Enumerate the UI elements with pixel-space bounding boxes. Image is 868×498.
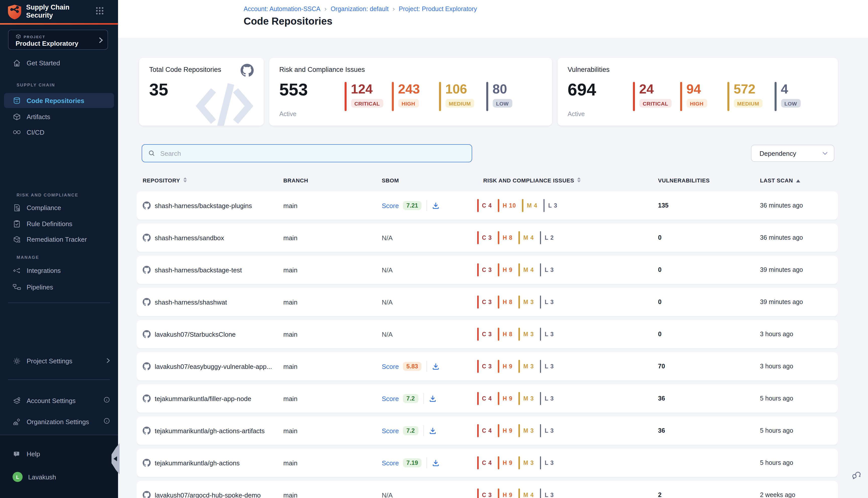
- sidebar-item-compliance[interactable]: Compliance: [0, 200, 118, 214]
- table-row[interactable]: lavakush07/StarbucksClone main N/A C 3H …: [137, 320, 838, 348]
- sidebar-item-code-repositories[interactable]: ‹/› Code Repositories: [4, 93, 114, 108]
- sidebar-item-get-started[interactable]: Get Started: [0, 56, 118, 70]
- download-sbom-button[interactable]: [429, 427, 436, 434]
- breadcrumb-project-link[interactable]: Project: Product Exploratory: [399, 5, 477, 12]
- severity-count: 124: [351, 82, 373, 95]
- sidebar-item-help[interactable]: ? Help: [0, 447, 118, 461]
- severity-badge: LOW: [493, 99, 512, 107]
- severity-count-label: C 4: [482, 202, 492, 209]
- severity-bar: [498, 328, 499, 341]
- table-row[interactable]: shash-harness/sandbox main N/A C 3H 8M 4…: [137, 224, 838, 252]
- sidebar-item-pipelines[interactable]: Pipelines: [0, 280, 118, 294]
- download-sbom-button[interactable]: [429, 395, 436, 402]
- sbom-na: N/A: [382, 330, 392, 338]
- table-row[interactable]: shash-harness/backstage-test main N/A C …: [137, 256, 838, 284]
- sidebar-item-artifacts[interactable]: Artifacts: [0, 109, 118, 123]
- integrations-icon: [13, 266, 21, 275]
- severity-content: 94HIGH: [686, 82, 707, 111]
- support-chat-icon[interactable]: [851, 469, 862, 482]
- sidebar-item-cicd[interactable]: CI/CD: [0, 125, 118, 139]
- sidebar-item-rule-definitions[interactable]: Rule Definitions: [0, 217, 118, 231]
- sbom-score-link[interactable]: Score: [382, 202, 399, 209]
- severity-bar: [519, 456, 520, 469]
- app-title: Supply Chain Security: [26, 3, 70, 19]
- user-menu[interactable]: L Lavakush: [0, 470, 118, 484]
- severity-content: 124CRITICAL: [351, 82, 383, 111]
- table-row[interactable]: tejakummarikuntla/gh-actions main Score7…: [137, 449, 838, 477]
- sidebar-item-project-settings[interactable]: Project Settings: [0, 354, 118, 368]
- sbom-score-link[interactable]: Score: [382, 459, 399, 467]
- severity-group-critical: 124CRITICAL: [345, 82, 392, 111]
- sidebar-nav: Get Started SUPPLY CHAIN ‹/› Code Reposi…: [0, 50, 118, 429]
- table-row[interactable]: shash-harness/shashwat main N/A C 3H 8M …: [137, 288, 838, 316]
- risk-issues-cell: C 3H 9M 4L 3: [477, 488, 658, 498]
- sidebar-item-integrations[interactable]: Integrations: [0, 263, 118, 277]
- sbom-cell: Score7.2: [382, 425, 483, 436]
- search-input[interactable]: [159, 149, 472, 158]
- sidebar-item-label: Help: [27, 450, 40, 458]
- avatar: L: [13, 472, 23, 482]
- pipelines-icon: [13, 283, 21, 291]
- info-icon[interactable]: [104, 396, 110, 405]
- column-header-vulnerabilities: VULNERABILITIES: [658, 178, 760, 183]
- severity-count-label: C 4: [482, 460, 492, 466]
- divider: [423, 393, 424, 404]
- sbom-score-link[interactable]: Score: [382, 395, 399, 402]
- vulnerabilities-count: 0: [658, 266, 760, 273]
- github-icon: [143, 394, 151, 403]
- download-sbom-button[interactable]: [432, 363, 440, 370]
- branch-name: main: [283, 395, 382, 402]
- vulnerabilities-count: 36: [658, 395, 760, 402]
- download-sbom-button[interactable]: [432, 459, 440, 467]
- repo-name: tejakummarikuntla/gh-actions: [155, 459, 240, 467]
- last-scan: 36 minutes ago: [760, 234, 838, 241]
- breadcrumb-account-link[interactable]: Account: Automation-SSCA: [244, 5, 320, 12]
- total-repositories-value: 35: [149, 81, 168, 98]
- sidebar-item-label: Organization Settings: [27, 418, 89, 425]
- severity-count-label: M 3: [523, 299, 534, 305]
- table-row[interactable]: shash-harness/backstage-plugins main Sco…: [137, 192, 838, 220]
- project-selector[interactable]: PROJECT Product Exploratory: [8, 30, 108, 50]
- severity-count-label: L 3: [545, 267, 554, 273]
- sbom-cell: Score7.21: [382, 200, 483, 211]
- severity-count-label: L 3: [548, 202, 557, 209]
- repo-name: shash-harness/backstage-test: [155, 266, 242, 274]
- severity-bar: [519, 263, 520, 276]
- table-row[interactable]: tejakummarikuntla/filler-app-node main S…: [137, 384, 838, 412]
- github-icon: [143, 266, 151, 274]
- info-icon[interactable]: [104, 418, 110, 425]
- column-header-repository[interactable]: REPOSITORY: [143, 178, 283, 183]
- table-row[interactable]: lavakush07/argocd-hub-spoke-demo main N/…: [137, 481, 838, 498]
- github-icon: [143, 234, 151, 242]
- table-row[interactable]: lavakush07/easybuggy-vulnerable-app... m…: [137, 352, 838, 380]
- risk-medium: M 4: [519, 488, 534, 498]
- sidebar: Supply Chain Security PROJECT: [0, 0, 118, 498]
- severity-count-label: L 3: [545, 395, 554, 402]
- risk-medium: M 3: [519, 392, 534, 405]
- clipboard-check-icon: [13, 219, 21, 228]
- sbom-score-link[interactable]: Score: [382, 363, 399, 370]
- risk-low: L 2: [540, 231, 554, 244]
- dependency-filter-dropdown[interactable]: Dependency: [751, 145, 834, 162]
- severity-badge: LOW: [781, 99, 800, 107]
- sidebar-item-account-settings[interactable]: Account Settings: [0, 393, 118, 408]
- column-header-last-scan[interactable]: LAST SCAN: [760, 178, 838, 183]
- breadcrumb-organization-link[interactable]: Organization: default: [331, 5, 389, 12]
- app-grid-icon[interactable]: [95, 6, 104, 17]
- severity-content: 24CRITICAL: [639, 82, 671, 111]
- severity-count-label: H 9: [503, 460, 512, 466]
- risk-high: H 8: [498, 231, 512, 244]
- risk-low: L 3: [540, 328, 554, 341]
- column-header-risk-issues[interactable]: RISK AND COMPLIANCE ISSUES: [483, 178, 658, 183]
- sbom-cell: Score7.2: [382, 393, 483, 404]
- sbom-score-link[interactable]: Score: [382, 427, 399, 434]
- severity-bar: [540, 456, 541, 469]
- download-sbom-button[interactable]: [432, 202, 440, 209]
- sidebar-item-organization-settings[interactable]: Organization Settings: [0, 415, 118, 429]
- risk-high: H 9: [498, 456, 512, 469]
- sidebar-item-remediation-tracker[interactable]: Remediation Tracker: [0, 232, 118, 246]
- table-row[interactable]: tejakummarikuntla/gh-actions-artifacts m…: [137, 417, 838, 445]
- severity-bar: [540, 231, 541, 244]
- severity-badge: MEDIUM: [734, 99, 763, 107]
- severity-bar: [519, 328, 520, 341]
